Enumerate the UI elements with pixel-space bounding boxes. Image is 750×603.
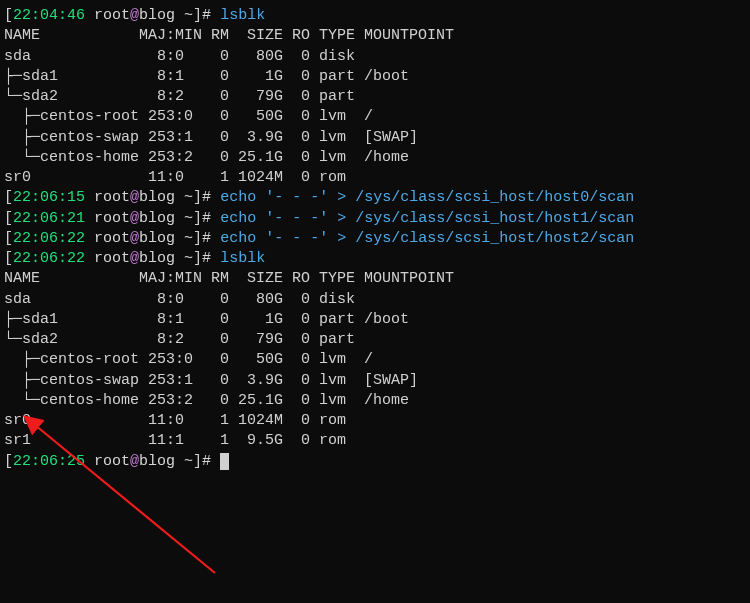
output-line: └─sda2 8:2 0 79G 0 part xyxy=(4,330,746,350)
output-line: sda 8:0 0 80G 0 disk xyxy=(4,290,746,310)
terminal-line: [22:06:22 root@blog ~]# echo '- - -' > /… xyxy=(4,229,746,249)
prompt-bracket: [ xyxy=(4,210,13,227)
prompt-user: root xyxy=(85,189,130,206)
prompt-time: 22:06:15 xyxy=(13,189,85,206)
prompt-path: ~ xyxy=(175,453,193,470)
output-line: NAME MAJ:MIN RM SIZE RO TYPE MOUNTPOINT xyxy=(4,26,746,46)
output-line: sr1 11:1 1 9.5G 0 rom xyxy=(4,431,746,451)
prompt-user: root xyxy=(85,230,130,247)
output-line: ├─centos-swap 253:1 0 3.9G 0 lvm [SWAP] xyxy=(4,128,746,148)
output-line: sr0 11:0 1 1024M 0 rom xyxy=(4,168,746,188)
output-line: └─sda2 8:2 0 79G 0 part xyxy=(4,87,746,107)
prompt-hash: # xyxy=(202,189,220,206)
terminal-line: [22:06:22 root@blog ~]# lsblk xyxy=(4,249,746,269)
prompt-bracket: [ xyxy=(4,453,13,470)
prompt-bracket: ] xyxy=(193,250,202,267)
prompt-hash: # xyxy=(202,7,220,24)
command-text: lsblk xyxy=(220,250,265,267)
prompt-user: root xyxy=(85,250,130,267)
terminal-line: [22:04:46 root@blog ~]# lsblk xyxy=(4,6,746,26)
prompt-path: ~ xyxy=(175,210,193,227)
prompt-bracket: [ xyxy=(4,189,13,206)
prompt-user: root xyxy=(85,7,130,24)
prompt-bracket: [ xyxy=(4,250,13,267)
prompt-at: @ xyxy=(130,189,139,206)
command-text: lsblk xyxy=(220,7,265,24)
prompt-hash: # xyxy=(202,453,220,470)
prompt-path: ~ xyxy=(175,7,193,24)
prompt-time: 22:06:22 xyxy=(13,250,85,267)
prompt-time: 22:06:22 xyxy=(13,230,85,247)
prompt-bracket: ] xyxy=(193,7,202,24)
prompt-host: blog xyxy=(139,453,175,470)
prompt-bracket: ] xyxy=(193,230,202,247)
prompt-host: blog xyxy=(139,7,175,24)
terminal-line: [22:06:25 root@blog ~]# xyxy=(4,452,746,472)
prompt-bracket: ] xyxy=(193,210,202,227)
prompt-at: @ xyxy=(130,453,139,470)
output-line: ├─centos-root 253:0 0 50G 0 lvm / xyxy=(4,350,746,370)
prompt-user: root xyxy=(85,210,130,227)
prompt-host: blog xyxy=(139,210,175,227)
output-line: ├─sda1 8:1 0 1G 0 part /boot xyxy=(4,67,746,87)
prompt-time: 22:06:25 xyxy=(13,453,85,470)
prompt-bracket: ] xyxy=(193,453,202,470)
prompt-path: ~ xyxy=(175,189,193,206)
output-line: └─centos-home 253:2 0 25.1G 0 lvm /home xyxy=(4,148,746,168)
prompt-at: @ xyxy=(130,7,139,24)
prompt-at: @ xyxy=(130,210,139,227)
terminal-output[interactable]: [22:04:46 root@blog ~]# lsblkNAME MAJ:MI… xyxy=(4,6,746,472)
terminal-line: [22:06:15 root@blog ~]# echo '- - -' > /… xyxy=(4,188,746,208)
prompt-bracket: ] xyxy=(193,189,202,206)
prompt-host: blog xyxy=(139,230,175,247)
prompt-hash: # xyxy=(202,250,220,267)
cursor-icon xyxy=(220,453,229,470)
output-line: ├─centos-swap 253:1 0 3.9G 0 lvm [SWAP] xyxy=(4,371,746,391)
prompt-hash: # xyxy=(202,210,220,227)
output-line: ├─sda1 8:1 0 1G 0 part /boot xyxy=(4,310,746,330)
prompt-time: 22:04:46 xyxy=(13,7,85,24)
prompt-hash: # xyxy=(202,230,220,247)
prompt-host: blog xyxy=(139,189,175,206)
prompt-user: root xyxy=(85,453,130,470)
output-line: ├─centos-root 253:0 0 50G 0 lvm / xyxy=(4,107,746,127)
prompt-host: blog xyxy=(139,250,175,267)
prompt-path: ~ xyxy=(175,250,193,267)
prompt-bracket: [ xyxy=(4,230,13,247)
output-line: NAME MAJ:MIN RM SIZE RO TYPE MOUNTPOINT xyxy=(4,269,746,289)
output-line: sr0 11:0 1 1024M 0 rom xyxy=(4,411,746,431)
prompt-at: @ xyxy=(130,250,139,267)
command-text: echo '- - -' > /sys/class/scsi_host/host… xyxy=(220,230,634,247)
prompt-time: 22:06:21 xyxy=(13,210,85,227)
prompt-path: ~ xyxy=(175,230,193,247)
prompt-at: @ xyxy=(130,230,139,247)
output-line: └─centos-home 253:2 0 25.1G 0 lvm /home xyxy=(4,391,746,411)
output-line: sda 8:0 0 80G 0 disk xyxy=(4,47,746,67)
prompt-bracket: [ xyxy=(4,7,13,24)
terminal-line: [22:06:21 root@blog ~]# echo '- - -' > /… xyxy=(4,209,746,229)
command-text: echo '- - -' > /sys/class/scsi_host/host… xyxy=(220,210,634,227)
command-text: echo '- - -' > /sys/class/scsi_host/host… xyxy=(220,189,634,206)
